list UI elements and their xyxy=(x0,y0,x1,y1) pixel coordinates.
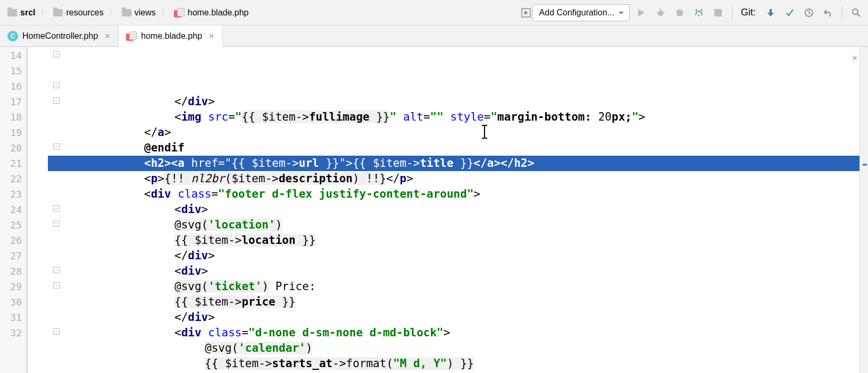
gutter[interactable]: 14151617181920212223242526272829303132 xyxy=(0,47,27,373)
separator xyxy=(842,6,842,19)
marks-column: −−−−−−−−−− xyxy=(27,47,48,373)
svg-line-13 xyxy=(857,14,860,16)
editor-tabs: CHomeController.php✕home.blade.php✕ xyxy=(0,26,868,47)
breadcrumb-label: views xyxy=(135,8,156,18)
line-number[interactable]: 14 xyxy=(0,48,26,63)
top-toolbar: srcl〉resources〉views〉home.blade.php Add … xyxy=(0,0,868,26)
line-number[interactable]: 30 xyxy=(0,294,26,310)
code-area[interactable]: ✕ </div><img src="{{ $item->fullimage }}… xyxy=(48,47,859,373)
breadcrumb-item[interactable]: views xyxy=(119,7,159,19)
folder-icon xyxy=(53,9,63,16)
breadcrumb-item[interactable]: home.blade.php xyxy=(171,7,252,19)
svg-marker-1 xyxy=(524,11,528,15)
editor-tab[interactable]: CHomeController.php✕ xyxy=(0,26,119,46)
breadcrumb: srcl〉resources〉views〉home.blade.php xyxy=(4,7,252,19)
tab-label: home.blade.php xyxy=(141,31,202,41)
line-number[interactable]: 21 xyxy=(0,156,26,171)
folder-icon xyxy=(122,9,131,16)
rollback-icon[interactable] xyxy=(821,5,836,20)
breadcrumb-label: srcl xyxy=(20,8,35,18)
code-line[interactable]: <div class="d-none d-sm-none d-md-block"… xyxy=(48,325,859,341)
git-update-icon[interactable] xyxy=(763,5,778,20)
chevron-right-icon: 〉 xyxy=(109,8,116,18)
toolbar-right: Add Configuration... Git: xyxy=(520,4,864,21)
line-number[interactable]: 15 xyxy=(0,63,26,79)
code-line[interactable]: @svg('calendar') xyxy=(48,341,859,356)
svg-rect-7 xyxy=(696,9,697,11)
git-label: Git: xyxy=(741,7,756,18)
svg-point-3 xyxy=(658,11,663,16)
code-line[interactable]: </div> xyxy=(48,310,859,325)
line-number[interactable]: 19 xyxy=(0,125,26,140)
line-number[interactable]: 23 xyxy=(0,186,26,202)
code-line[interactable]: @svg('ticket') Price: xyxy=(48,279,859,294)
line-number[interactable]: 31 xyxy=(0,310,26,325)
svg-point-9 xyxy=(698,14,700,16)
profile-icon[interactable] xyxy=(691,5,706,20)
close-icon[interactable]: ✕ xyxy=(208,32,215,40)
coverage-icon[interactable] xyxy=(672,5,687,20)
line-number[interactable]: 22 xyxy=(0,171,26,186)
breadcrumb-item[interactable]: resources xyxy=(50,7,106,19)
blade-file-icon xyxy=(126,31,137,41)
code-editor: 14151617181920212223242526272829303132 −… xyxy=(0,47,868,373)
svg-rect-8 xyxy=(701,9,702,11)
code-line[interactable]: @svg('location') xyxy=(48,217,859,233)
chevron-right-icon: 〉 xyxy=(161,8,169,18)
close-icon[interactable]: ✕ xyxy=(104,32,111,40)
code-line[interactable]: <div> xyxy=(48,202,859,217)
separator xyxy=(732,6,732,19)
editor-tab[interactable]: home.blade.php✕ xyxy=(119,26,223,47)
inspection-close-icon[interactable]: ✕ xyxy=(852,50,857,65)
line-number[interactable]: 16 xyxy=(0,79,26,94)
code-line[interactable]: <h2><a href="{{ $item->url }}">{{ $item-… xyxy=(48,156,859,171)
breadcrumb-label: home.blade.php xyxy=(188,8,249,18)
php-class-icon: C xyxy=(7,31,18,41)
code-line[interactable]: <img src="{{ $item->fullimage }}" alt=""… xyxy=(48,109,859,125)
code-line[interactable]: </div> xyxy=(48,248,859,264)
line-number[interactable]: 27 xyxy=(0,248,26,264)
run-icon[interactable] xyxy=(634,5,649,20)
code-line[interactable]: </a> xyxy=(48,125,859,140)
stop-icon[interactable] xyxy=(711,5,725,20)
line-number[interactable]: 20 xyxy=(0,140,26,156)
svg-line-5 xyxy=(657,12,658,13)
breadcrumb-item[interactable]: srcl xyxy=(4,7,38,19)
code-line[interactable]: <div class="footer d-flex justify-conten… xyxy=(48,186,859,202)
scrollbar[interactable] xyxy=(859,47,868,373)
line-number[interactable]: 24 xyxy=(0,202,26,217)
search-icon[interactable] xyxy=(849,5,864,20)
run-config-select[interactable]: Add Configuration... xyxy=(532,4,630,21)
breadcrumb-label: resources xyxy=(66,8,103,18)
git-commit-icon[interactable] xyxy=(782,5,797,20)
line-number[interactable]: 18 xyxy=(0,109,26,125)
blade-file-icon xyxy=(174,8,185,18)
line-number[interactable]: 25 xyxy=(0,217,26,233)
run-target-icon[interactable] xyxy=(520,6,532,19)
line-number[interactable]: 28 xyxy=(0,264,26,279)
line-number[interactable]: 17 xyxy=(0,94,26,109)
tab-label: HomeController.php xyxy=(22,31,98,41)
chevron-right-icon: 〉 xyxy=(40,8,48,18)
code-line[interactable]: <div> xyxy=(48,264,859,279)
code-line[interactable]: {{ $item->location }} xyxy=(48,233,859,248)
debug-icon[interactable] xyxy=(653,5,668,20)
history-icon[interactable] xyxy=(802,5,816,20)
svg-line-6 xyxy=(663,12,664,13)
line-number[interactable]: 32 xyxy=(0,325,26,341)
code-line[interactable]: <p>{!! nl2br($item->description) !!}</p> xyxy=(48,171,859,186)
svg-rect-10 xyxy=(714,9,722,16)
line-number[interactable]: 26 xyxy=(0,233,26,248)
code-line[interactable]: </div> xyxy=(48,94,859,109)
svg-marker-2 xyxy=(638,9,645,16)
code-line[interactable]: @endif xyxy=(48,140,859,156)
folder-icon xyxy=(7,9,17,16)
line-number[interactable]: 29 xyxy=(0,279,26,294)
code-line[interactable]: {{ $item->starts_at->format("M d, Y") }} xyxy=(48,356,859,371)
svg-point-12 xyxy=(853,9,858,14)
code-line[interactable]: {{ $item->price }} xyxy=(48,294,859,310)
text-cursor xyxy=(484,125,485,139)
